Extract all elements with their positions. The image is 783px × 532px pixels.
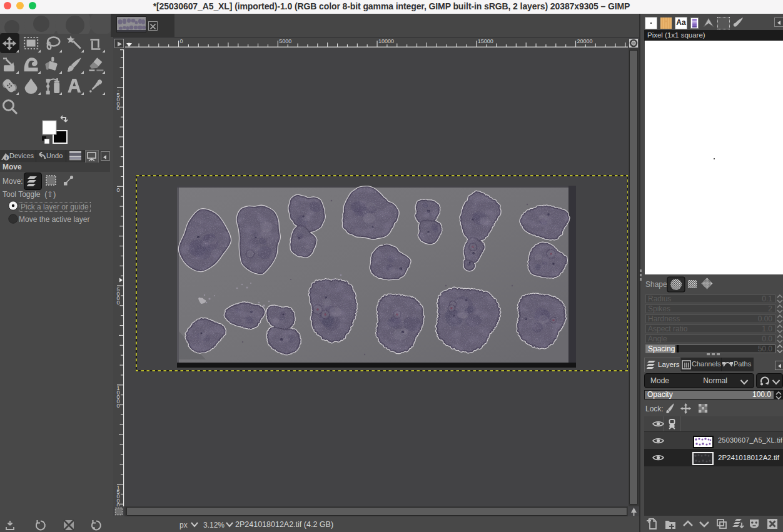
svg-text:5000: 5000 (116, 286, 119, 306)
svg-text:5000: 5000 (279, 38, 291, 44)
svg-text:0: 0 (180, 38, 183, 44)
svg-text:15000: 15000 (478, 38, 493, 44)
svg-text:Shape:: Shape: (645, 280, 669, 289)
svg-text:0: 0 (116, 187, 119, 193)
svg-text:20000: 20000 (577, 38, 593, 44)
svg-text:10000: 10000 (378, 38, 394, 44)
svg-text:Lock:: Lock: (645, 404, 664, 413)
svg-text:10000: 10000 (116, 385, 119, 409)
svg-text:15000: 15000 (116, 484, 119, 506)
